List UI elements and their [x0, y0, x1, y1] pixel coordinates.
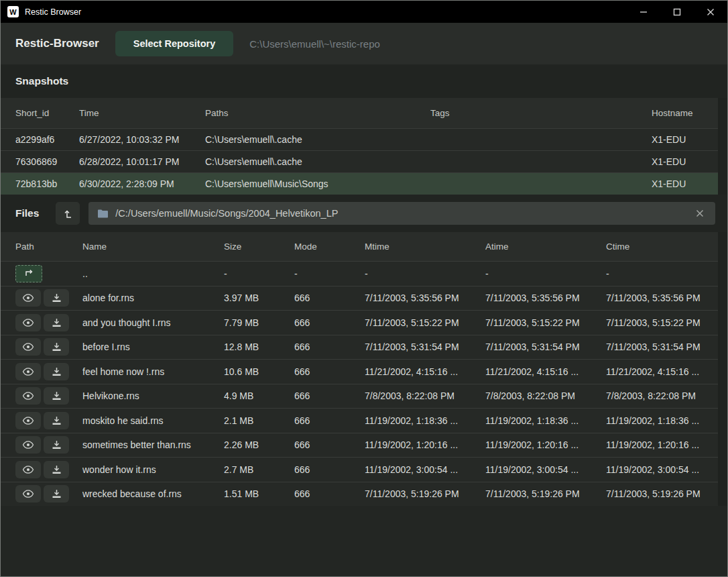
breadcrumb-path-text: /C:/Users/emuell/Music/Songs/2004_Helvet…	[115, 208, 686, 219]
file-ctime: 7/11/2003, 5:35:56 PM	[606, 293, 718, 303]
snapshots-section-header: Snapshots	[1, 64, 727, 98]
repository-path: C:\Users\emuell\~\restic-repo	[249, 38, 380, 50]
file-mtime: -	[365, 268, 485, 279]
eye-icon	[22, 416, 34, 425]
preview-file-button[interactable]	[15, 412, 41, 429]
snapshot-time: 6/28/2022, 10:01:17 PM	[79, 156, 205, 167]
snapshot-row[interactable]: a2299af6 6/27/2022, 10:03:32 PM C:\Users…	[1, 128, 718, 150]
files-scrollbar-gutter[interactable]	[718, 232, 727, 506]
preview-file-button[interactable]	[15, 461, 41, 478]
file-row: sometimes better than.rns 2.26 MB 666 11…	[1, 433, 718, 458]
select-repository-button[interactable]: Select Repository	[115, 31, 234, 56]
snapshots-heading: Snapshots	[15, 75, 68, 87]
file-mtime: 7/11/2003, 5:31:54 PM	[365, 342, 485, 352]
preview-file-button[interactable]	[15, 314, 41, 331]
file-row: wonder how it.rns 2.7 MB 666 11/19/2002,…	[1, 457, 718, 482]
eye-icon	[22, 440, 34, 450]
file-ctime: 11/19/2002, 1:18:36 ...	[606, 415, 718, 426]
folder-icon	[97, 209, 109, 219]
column-header-short-id: Short_id	[15, 108, 79, 118]
preview-file-button[interactable]	[15, 338, 41, 356]
up-level-arrow-icon	[62, 208, 74, 219]
maximize-icon	[673, 8, 681, 16]
file-ctime: 11/19/2002, 1:20:16 ...	[606, 439, 718, 450]
close-button[interactable]	[694, 1, 727, 23]
file-size: -	[224, 268, 294, 279]
toolbar: Restic-Browser Select Repository C:\User…	[1, 23, 727, 64]
go-parent-directory-button[interactable]	[15, 265, 42, 282]
download-file-button[interactable]	[44, 412, 69, 429]
snapshot-row[interactable]: 76306869 6/28/2022, 10:01:17 PM C:\Users…	[1, 150, 718, 172]
file-name: wrecked because of.rns	[82, 488, 224, 499]
eye-icon	[22, 465, 34, 474]
download-file-button[interactable]	[44, 461, 69, 478]
parent-directory-row: .. - - - - -	[1, 261, 718, 286]
file-row-actions	[15, 314, 82, 331]
column-header-mode: Mode	[294, 242, 365, 252]
file-name: wonder how it.rns	[82, 464, 224, 475]
snapshot-hostname: X1-EDU	[652, 178, 718, 189]
clear-path-button[interactable]	[693, 207, 707, 220]
files-heading: Files	[15, 207, 39, 219]
window-title: Restic Browser	[25, 7, 81, 17]
app-window: W Restic Browser Restic-Browser Select R…	[0, 0, 728, 577]
file-row-actions	[15, 387, 82, 405]
titlebar: W Restic Browser	[1, 1, 727, 23]
download-icon	[52, 465, 62, 474]
snapshot-short-id: 72b813bb	[15, 178, 79, 189]
file-name: sometimes better than.rns	[82, 439, 224, 450]
preview-file-button[interactable]	[15, 363, 41, 380]
file-name: moskito he said.rns	[82, 415, 224, 426]
file-row: feel home now !.rns 10.6 MB 666 11/21/20…	[1, 359, 718, 384]
snapshot-row[interactable]: 72b813bb 6/30/2022, 2:28:09 PM C:\Users\…	[1, 172, 718, 195]
file-mode: -	[294, 268, 365, 279]
preview-file-button[interactable]	[15, 436, 41, 454]
preview-file-button[interactable]	[15, 289, 41, 307]
column-header-atime: Atime	[485, 242, 606, 252]
download-file-button[interactable]	[44, 363, 69, 380]
file-mode: 666	[294, 439, 365, 450]
file-row: moskito he said.rns 2.1 MB 666 11/19/200…	[1, 408, 718, 433]
file-row-actions	[15, 289, 82, 307]
files-section-header: Files /C:/Users/emuell/Music/Songs/2004_…	[1, 195, 727, 232]
eye-icon	[22, 318, 34, 327]
snapshot-hostname: X1-EDU	[652, 134, 718, 145]
snapshots-scrollbar-gutter[interactable]	[718, 98, 727, 195]
file-size: 7.79 MB	[224, 317, 294, 328]
file-ctime: 11/19/2002, 3:00:54 ...	[606, 464, 718, 475]
file-mtime: 7/11/2003, 5:35:56 PM	[365, 293, 485, 303]
download-file-button[interactable]	[44, 436, 69, 454]
download-file-button[interactable]	[44, 314, 69, 331]
download-file-button[interactable]	[44, 338, 69, 356]
download-file-button[interactable]	[44, 289, 69, 307]
minimize-button[interactable]	[627, 1, 660, 23]
preview-file-button[interactable]	[15, 485, 41, 503]
file-mtime: 11/19/2002, 1:18:36 ...	[365, 415, 485, 426]
file-name: ..	[82, 268, 224, 279]
download-file-button[interactable]	[44, 485, 69, 503]
eye-icon	[22, 367, 34, 376]
files-path-breadcrumb: /C:/Users/emuell/Music/Songs/2004_Helvet…	[88, 202, 715, 225]
file-size: 2.1 MB	[224, 415, 294, 426]
file-mode: 666	[294, 415, 365, 426]
file-mode: 666	[294, 317, 365, 328]
file-mtime: 11/19/2002, 1:20:16 ...	[365, 439, 485, 450]
up-level-button[interactable]	[56, 202, 80, 225]
file-row-actions	[15, 436, 82, 454]
file-name: before I.rns	[82, 342, 224, 352]
download-icon	[52, 367, 62, 376]
snapshots-table-header: Short_id Time Paths Tags Hostname	[1, 98, 727, 128]
file-size: 4.9 MB	[224, 390, 294, 401]
files-table-body: .. - - - - - alone for.rns 3.97 MB 666 7…	[1, 261, 727, 506]
maximize-button[interactable]	[660, 1, 694, 23]
preview-file-button[interactable]	[15, 387, 41, 405]
file-mode: 666	[294, 390, 365, 401]
parent-row-actions	[15, 265, 82, 282]
file-row: alone for.rns 3.97 MB 666 7/11/2003, 5:3…	[1, 286, 718, 311]
file-ctime: -	[606, 268, 718, 279]
file-size: 10.6 MB	[224, 366, 294, 377]
titlebar-left: W Restic Browser	[1, 6, 81, 17]
file-size: 2.7 MB	[224, 464, 294, 475]
file-row: wrecked because of.rns 1.51 MB 666 7/11/…	[1, 482, 718, 507]
download-file-button[interactable]	[44, 387, 69, 405]
